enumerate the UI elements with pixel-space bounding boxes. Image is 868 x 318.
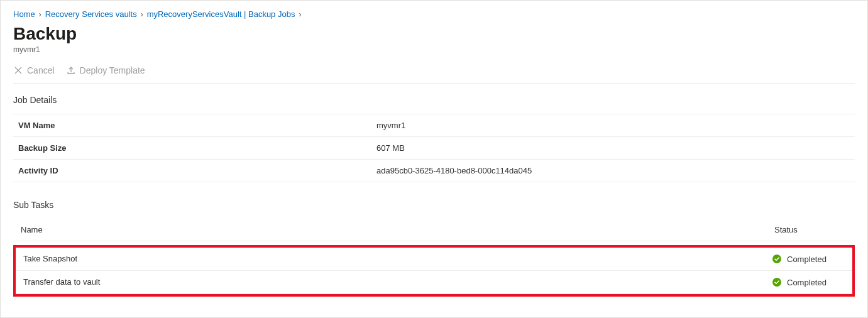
subtask-status: Completed <box>764 248 852 270</box>
subtask-row: Take Snapshot Completed <box>16 248 852 271</box>
table-row: Backup Size 607 MB <box>13 137 855 160</box>
breadcrumb-vaults[interactable]: Recovery Services vaults <box>45 9 137 19</box>
chevron-right-icon: › <box>299 10 301 19</box>
sub-tasks-columns: Name Status <box>13 219 855 241</box>
chevron-right-icon: › <box>39 10 41 19</box>
subtask-status: Completed <box>764 271 852 293</box>
deploy-template-button[interactable]: Deploy Template <box>66 65 145 75</box>
upload-icon <box>66 65 76 75</box>
table-row: Activity ID ada95cb0-3625-4180-bed8-000c… <box>13 160 855 182</box>
close-icon <box>13 65 23 75</box>
page-subtitle: myvmr1 <box>13 45 855 54</box>
breadcrumb: Home › Recovery Services vaults › myReco… <box>13 9 855 19</box>
detail-value: myvmr1 <box>371 114 855 137</box>
svg-point-3 <box>772 278 781 287</box>
job-details-table: VM Name myvmr1 Backup Size 607 MB Activi… <box>13 114 855 182</box>
cancel-label: Cancel <box>27 65 55 75</box>
detail-value: 607 MB <box>371 137 855 160</box>
svg-point-2 <box>772 255 781 263</box>
page-title: Backup <box>13 24 855 44</box>
subtask-name: Take Snapshot <box>16 248 764 270</box>
chevron-right-icon: › <box>141 10 143 19</box>
job-details-header: Job Details <box>13 95 855 105</box>
deploy-label: Deploy Template <box>80 65 145 75</box>
detail-label: Activity ID <box>13 160 371 182</box>
cancel-button[interactable]: Cancel <box>13 65 55 75</box>
subtask-row: Transfer data to vault Completed <box>16 271 852 294</box>
detail-value: ada95cb0-3625-4180-bed8-000c114da045 <box>371 160 855 182</box>
sub-tasks-header: Sub Tasks <box>13 200 855 210</box>
table-row: VM Name myvmr1 <box>13 114 855 137</box>
column-header-name[interactable]: Name <box>13 219 767 241</box>
sub-tasks-highlight: Take Snapshot Completed Transfer data to… <box>13 245 855 297</box>
subtask-name: Transfer data to vault <box>16 271 764 293</box>
toolbar: Cancel Deploy Template <box>13 65 855 84</box>
breadcrumb-backup-jobs[interactable]: myRecoveryServicesVault | Backup Jobs <box>147 9 295 19</box>
check-circle-icon <box>772 277 782 287</box>
breadcrumb-home[interactable]: Home <box>13 9 35 19</box>
status-label: Completed <box>787 255 827 264</box>
check-circle-icon <box>772 254 782 264</box>
detail-label: Backup Size <box>13 137 371 160</box>
detail-label: VM Name <box>13 114 371 137</box>
column-header-status[interactable]: Status <box>767 219 855 241</box>
status-label: Completed <box>787 278 827 287</box>
